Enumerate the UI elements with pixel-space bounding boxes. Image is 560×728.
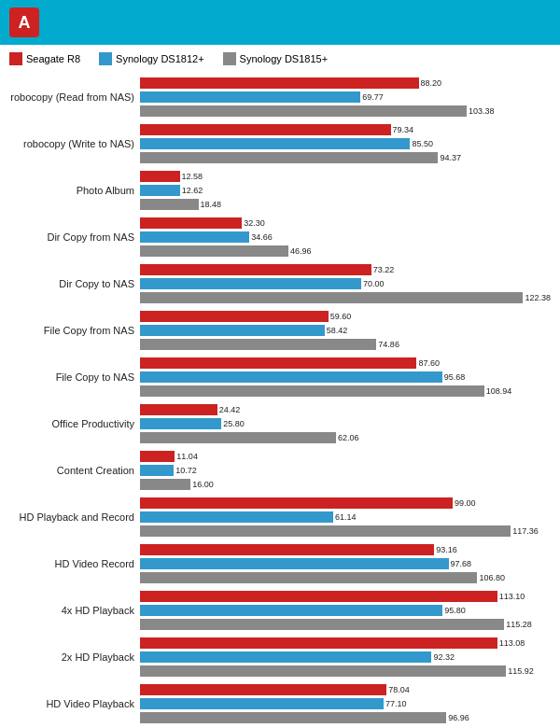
- bar-row: 12.62: [140, 184, 551, 197]
- bar: [140, 171, 180, 182]
- bar-row: 88.20: [140, 77, 551, 90]
- bar: [140, 525, 511, 537]
- group-label: HD Playback and Record: [9, 511, 140, 523]
- header: A: [0, 0, 560, 45]
- bar: [140, 637, 497, 649]
- bar: [140, 264, 371, 275]
- bar-row: 12.58: [140, 170, 551, 183]
- bar-value-label: 62.06: [338, 433, 359, 442]
- bar-value-label: 122.38: [525, 293, 551, 302]
- bar-row: 103.38: [140, 105, 551, 118]
- bars-container: 59.6058.4274.86: [140, 310, 551, 351]
- bar-value-label: 88.20: [421, 78, 442, 88]
- bar-value-label: 73.22: [373, 265, 395, 274]
- bar-value-label: 78.04: [388, 685, 410, 694]
- chart-group: File Copy to NAS87.6095.68108.94: [9, 357, 551, 398]
- bar-value-label: 95.68: [444, 372, 466, 382]
- group-label: Photo Album: [9, 185, 140, 196]
- chart-group: HD Video Playback78.0477.1096.96: [9, 683, 551, 724]
- group-label: 4x HD Playback: [9, 605, 140, 616]
- bar: [140, 91, 360, 103]
- bar: [140, 465, 174, 476]
- bar: [140, 591, 497, 602]
- bar-value-label: 46.96: [290, 246, 312, 256]
- bar: [140, 185, 180, 196]
- bar: [140, 712, 446, 723]
- bar-value-label: 97.68: [451, 559, 472, 568]
- bar-value-label: 24.42: [219, 405, 241, 414]
- bars-container: 87.6095.68108.94: [140, 357, 551, 398]
- bar-value-label: 103.38: [469, 106, 495, 116]
- bar-value-label: 113.08: [499, 638, 525, 648]
- bar-row: 62.06: [140, 431, 551, 444]
- bar-value-label: 16.00: [192, 480, 214, 489]
- bar-value-label: 32.30: [244, 218, 265, 228]
- legend-item: Synology DS1812+: [99, 52, 203, 65]
- logo-icon: A: [9, 7, 39, 37]
- bar-value-label: 12.62: [182, 186, 203, 195]
- bars-container: 73.2270.00122.38: [140, 263, 551, 304]
- bar-row: 113.10: [140, 590, 551, 603]
- bar: [140, 77, 419, 89]
- svg-text:A: A: [19, 13, 31, 32]
- bar-value-label: 79.34: [393, 125, 414, 134]
- bars-container: 32.3034.6646.96: [140, 217, 551, 258]
- bar: [140, 311, 329, 322]
- bar-row: 108.94: [140, 385, 551, 398]
- bar-row: 92.32: [140, 651, 551, 664]
- bar: [140, 511, 333, 523]
- bar-value-label: 95.80: [444, 606, 466, 615]
- chart-group: HD Video Record93.1697.68106.80: [9, 543, 551, 584]
- bar-row: 87.60: [140, 357, 551, 370]
- bar-row: 10.72: [140, 464, 551, 477]
- bar-row: 94.37: [140, 151, 551, 164]
- bar: [140, 572, 477, 583]
- bar-row: 11.04: [140, 450, 551, 463]
- chart-group: File Copy from NAS59.6058.4274.86: [9, 310, 551, 351]
- bar-value-label: 99.00: [455, 498, 476, 508]
- bar-value-label: 58.42: [327, 326, 348, 335]
- chart-group: Office Productivity24.4225.8062.06: [9, 403, 551, 444]
- bar-row: 61.14: [140, 511, 551, 524]
- group-label: robocopy (Read from NAS): [9, 91, 140, 103]
- bars-container: 88.2069.77103.38: [140, 77, 551, 118]
- bars-container: 113.0892.32115.92: [140, 637, 551, 678]
- bar: [140, 432, 336, 443]
- bar-value-label: 94.37: [440, 153, 461, 162]
- legend: Seagate R8Synology DS1812+Synology DS181…: [0, 45, 560, 73]
- legend-item: Synology DS1815+: [223, 52, 328, 65]
- bar-row: 99.00: [140, 497, 551, 510]
- bar: [140, 497, 453, 509]
- bar-row: 77.10: [140, 697, 551, 710]
- bars-container: 113.1095.80115.28: [140, 590, 551, 631]
- bar: [140, 278, 361, 289]
- group-label: Dir Copy to NAS: [9, 278, 140, 289]
- bar: [140, 231, 249, 243]
- bar: [140, 325, 325, 336]
- bar-value-label: 115.28: [506, 620, 532, 629]
- bars-container: 78.0477.1096.96: [140, 683, 551, 724]
- chart-group: Dir Copy from NAS32.3034.6646.96: [9, 217, 551, 258]
- bar-value-label: 11.04: [176, 452, 198, 461]
- bar: [140, 152, 438, 163]
- bar-row: 122.38: [140, 291, 551, 304]
- group-label: File Copy to NAS: [9, 371, 140, 383]
- bars-container: 11.0410.7216.00: [140, 450, 551, 491]
- bar: [140, 357, 416, 369]
- chart-group: 2x HD Playback113.0892.32115.92: [9, 637, 551, 678]
- group-label: Content Creation: [9, 465, 140, 476]
- bar-value-label: 106.80: [479, 573, 505, 582]
- bar-row: 97.68: [140, 557, 551, 570]
- group-label: File Copy from NAS: [9, 325, 140, 336]
- bar: [140, 665, 506, 677]
- bar: [140, 217, 242, 229]
- group-label: HD Video Playback: [9, 698, 140, 709]
- bar: [140, 245, 288, 257]
- bar-value-label: 25.80: [223, 419, 245, 428]
- bar-row: 25.80: [140, 417, 551, 430]
- bar: [140, 684, 386, 695]
- bar-row: 95.68: [140, 371, 551, 384]
- bar: [140, 404, 217, 415]
- bar-row: 73.22: [140, 263, 551, 276]
- bar-value-label: 117.36: [512, 526, 539, 536]
